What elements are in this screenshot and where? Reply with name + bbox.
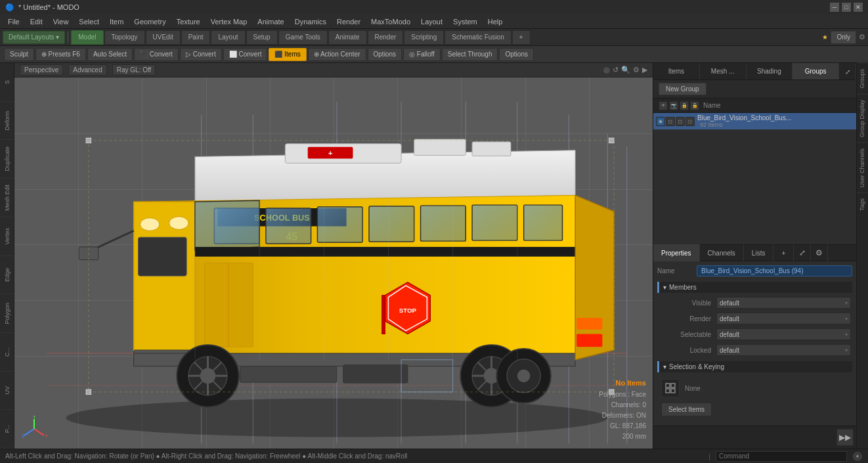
items-btn[interactable]: ⬛ Items bbox=[269, 48, 306, 61]
only-button[interactable]: Only bbox=[831, 31, 856, 44]
menu-system[interactable]: System bbox=[448, 16, 483, 27]
viewport-mode-perspective[interactable]: Perspective bbox=[20, 64, 63, 76]
rpanel-tab-items[interactable]: Items bbox=[653, 63, 700, 79]
select-items-button[interactable]: Select Items bbox=[661, 403, 712, 416]
tab-layout[interactable]: Layout bbox=[211, 30, 245, 45]
tab-render[interactable]: Render bbox=[368, 30, 404, 45]
rpanel-tab-groups[interactable]: Groups bbox=[792, 63, 839, 79]
menu-animate[interactable]: Animate bbox=[252, 16, 289, 27]
selectable-dropdown[interactable]: default ▾ bbox=[716, 328, 851, 340]
props-tab-lists[interactable]: Lists bbox=[744, 244, 774, 261]
tab-setup[interactable]: Setup bbox=[246, 30, 278, 45]
viewport-mode-advanced[interactable]: Advanced bbox=[68, 64, 106, 76]
panel-expand-button[interactable]: ▶▶ bbox=[836, 429, 854, 446]
props-tab-channels[interactable]: Channels bbox=[700, 244, 744, 261]
vtab-group-display[interactable]: Group Display bbox=[857, 94, 868, 143]
menu-view[interactable]: View bbox=[48, 16, 74, 27]
viewport-ray-off[interactable]: Ray GL: Off bbox=[112, 64, 156, 76]
col-icon-lock[interactable]: 🔒 bbox=[680, 101, 689, 110]
left-tab-edge[interactable]: Edge bbox=[0, 256, 14, 295]
viewport-nav-icon-1[interactable]: ◎ bbox=[603, 66, 610, 74]
left-tab-deform[interactable]: Deform bbox=[0, 102, 14, 141]
close-button[interactable]: ✕ bbox=[854, 3, 863, 12]
members-header[interactable]: ▾ Members bbox=[657, 282, 852, 293]
rpanel-tab-mesh[interactable]: Mesh ... bbox=[700, 63, 747, 79]
menu-edit[interactable]: Edit bbox=[25, 16, 48, 27]
tab-schematic-fusion[interactable]: Schematic Fusion bbox=[445, 30, 511, 45]
selection-keying-header[interactable]: ▾ Selection & Keying bbox=[657, 361, 852, 372]
tab-add[interactable]: + bbox=[512, 30, 531, 45]
tab-paint[interactable]: Paint bbox=[181, 30, 211, 45]
menu-vertex-map[interactable]: Vertex Map bbox=[206, 16, 253, 27]
visible-dropdown[interactable]: default ▾ bbox=[716, 297, 851, 309]
left-tab-polygon[interactable]: Polygon bbox=[0, 294, 14, 333]
rpanel-expand-icon[interactable]: ⤢ bbox=[839, 63, 856, 80]
tab-model[interactable]: Model bbox=[71, 30, 103, 45]
options-btn-2[interactable]: Options bbox=[499, 48, 533, 61]
convert-btn-1[interactable]: ⬛ Convert bbox=[134, 48, 179, 61]
viewport-nav-icon-5[interactable]: ▶ bbox=[642, 66, 647, 74]
left-tab-c[interactable]: C... bbox=[0, 333, 14, 372]
left-tab-p[interactable]: P... bbox=[0, 410, 14, 449]
layout-selector[interactable]: Default Layouts ▾ bbox=[3, 31, 65, 44]
menu-texture[interactable]: Texture bbox=[171, 16, 206, 27]
locked-dropdown[interactable]: default ▾ bbox=[716, 344, 851, 356]
command-input[interactable] bbox=[716, 451, 847, 462]
name-value[interactable]: Blue_Bird_Vision_School_Bus (94) bbox=[697, 265, 852, 276]
left-tab-vertex[interactable]: Vertex bbox=[0, 217, 14, 256]
props-expand-icon[interactable]: ⤢ bbox=[794, 244, 811, 261]
action-center-btn[interactable]: ⊕ Action Center bbox=[308, 48, 366, 61]
vtab-tags[interactable]: Tags bbox=[857, 192, 868, 216]
options-btn-1[interactable]: Options bbox=[368, 48, 402, 61]
tab-topology[interactable]: Topology bbox=[104, 30, 145, 45]
minimize-button[interactable]: ─ bbox=[830, 3, 839, 12]
convert-btn-2[interactable]: ▷ Convert bbox=[180, 48, 222, 61]
group-icon-3[interactable]: ◻ bbox=[676, 117, 685, 126]
tab-game-tools[interactable]: Game Tools bbox=[278, 30, 328, 45]
tab-uvedit[interactable]: UVEdit bbox=[146, 30, 181, 45]
col-icon-unlock[interactable]: 🔓 bbox=[690, 101, 699, 110]
tab-animate[interactable]: Animate bbox=[328, 30, 367, 45]
menu-file[interactable]: File bbox=[3, 16, 25, 27]
menu-geometry[interactable]: Geometry bbox=[129, 16, 171, 27]
auto-select-btn[interactable]: Auto Select bbox=[87, 48, 133, 61]
left-tab-mesh-edit[interactable]: Mesh Edit bbox=[0, 179, 14, 217]
group-icon-2[interactable]: ◻ bbox=[666, 117, 675, 126]
presets-btn[interactable]: ⊕ Presets F6 bbox=[35, 48, 86, 61]
menu-max-to-modo[interactable]: MaxToModo bbox=[366, 16, 416, 27]
viewport[interactable]: Perspective Advanced Ray GL: Off ◎ ↺ 🔍 ⚙… bbox=[14, 63, 653, 449]
vtab-user-channels[interactable]: User Channels bbox=[857, 143, 868, 193]
convert-btn-3[interactable]: ⬜ Convert bbox=[223, 48, 268, 61]
new-group-button[interactable]: New Group bbox=[659, 83, 706, 95]
props-settings-icon[interactable]: ⚙ bbox=[811, 244, 828, 261]
props-tab-add[interactable]: + bbox=[773, 244, 794, 261]
menu-help[interactable]: Help bbox=[483, 16, 508, 27]
render-dropdown[interactable]: default ▾ bbox=[716, 313, 851, 324]
tab-scripting[interactable]: Scripting bbox=[404, 30, 444, 45]
col-icon-render[interactable]: 📷 bbox=[669, 101, 678, 110]
props-tab-properties[interactable]: Properties bbox=[653, 244, 700, 261]
maximize-button[interactable]: □ bbox=[842, 3, 851, 12]
left-tab-duplicate[interactable]: Duplicate bbox=[0, 140, 14, 179]
vtab-groups[interactable]: Groups bbox=[857, 63, 868, 94]
left-tab-sculpt[interactable]: S bbox=[0, 63, 14, 102]
viewport-nav-icon-4[interactable]: ⚙ bbox=[633, 66, 640, 74]
menu-item[interactable]: Item bbox=[104, 16, 129, 27]
viewport-nav-icon-2[interactable]: ↺ bbox=[613, 66, 618, 74]
left-tab-uv[interactable]: UV bbox=[0, 372, 14, 410]
menu-select[interactable]: Select bbox=[74, 16, 104, 27]
rpanel-tab-shading[interactable]: Shading bbox=[747, 63, 793, 79]
menu-render[interactable]: Render bbox=[332, 16, 366, 27]
col-icon-eye[interactable]: 👁 bbox=[659, 101, 668, 110]
sculpt-mode-btn[interactable]: Sculpt bbox=[4, 48, 34, 61]
camera-button[interactable]: ● bbox=[852, 451, 863, 462]
menu-layout[interactable]: Layout bbox=[416, 16, 448, 27]
settings-icon[interactable]: ⚙ bbox=[859, 33, 865, 41]
group-icon-1[interactable]: ◉ bbox=[656, 117, 665, 126]
viewport-canvas[interactable]: + SCHOOL BUS 45 bbox=[14, 77, 653, 449]
select-through-btn[interactable]: Select Through bbox=[442, 48, 498, 61]
menu-dynamics[interactable]: Dynamics bbox=[290, 16, 332, 27]
falloff-btn[interactable]: ◎ Falloff bbox=[403, 48, 441, 61]
group-icon-4[interactable]: ◻ bbox=[685, 117, 695, 126]
viewport-nav-icon-3[interactable]: 🔍 bbox=[621, 66, 630, 74]
